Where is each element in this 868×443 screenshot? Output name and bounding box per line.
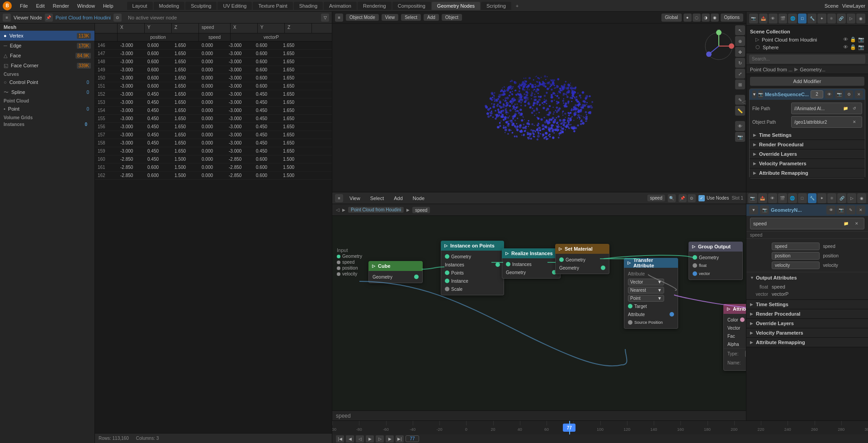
rp-view-icon[interactable]: 👁	[768, 193, 777, 203]
select-btn[interactable]: Select	[401, 14, 421, 21]
file-path-field[interactable]: //Animated Al... 📁 ↺	[791, 103, 862, 114]
use-nodes-check[interactable]: ✓ Use Nodes	[698, 195, 729, 201]
add-workspace-tab[interactable]: +	[512, 2, 522, 10]
view-icon[interactable]: 👁	[735, 121, 745, 131]
nav-gizmo[interactable]: Y X Z	[701, 28, 737, 64]
rp-modifier-icon[interactable]: 🔧	[808, 193, 817, 203]
constraint-props-icon[interactable]: 🔗	[837, 14, 846, 23]
node-view-menu[interactable]: View	[346, 195, 364, 202]
iop-instances-socket[interactable]	[495, 262, 500, 267]
ta-vector-dropdown[interactable]: Vector ▼	[624, 278, 678, 286]
next-frame-btn[interactable]: ▶	[386, 435, 394, 443]
menu-render[interactable]: Render	[49, 2, 73, 9]
pin-icon[interactable]: 📌	[45, 14, 53, 22]
breadcrumb-collection[interactable]: Point Cloud from Houdini	[348, 207, 404, 213]
modifier-expand-icon[interactable]: ▼	[752, 90, 756, 98]
point-row[interactable]: • Point 0	[0, 104, 94, 114]
set-material-node[interactable]: ▷ Set Material Geometry Geometry	[555, 244, 609, 274]
geo-eye-icon[interactable]: 👁	[826, 205, 835, 215]
output-attrs-expand[interactable]: ▼	[750, 275, 754, 280]
mesh-component-face[interactable]: △Face84.9K	[0, 51, 94, 61]
iop-points-socket[interactable]	[445, 270, 449, 275]
ta-target-socket[interactable]	[628, 304, 632, 308]
modifier-render-icon[interactable]: 📷	[835, 90, 843, 98]
col-header-speed[interactable]: speed	[199, 23, 231, 33]
tab-layout[interactable]: Layout	[127, 2, 153, 10]
prev-frame-btn[interactable]: ◀	[346, 435, 354, 443]
node-editor[interactable]: ≡ View Select Add Node speed 🔍 📌 ⊙	[332, 192, 746, 420]
instance-on-points-node[interactable]: ▷ Instance on Points Geometry Instances	[441, 241, 504, 295]
current-frame-marker[interactable]	[569, 421, 570, 434]
go-vector-socket[interactable]	[693, 271, 697, 276]
prev-keyframe-btn[interactable]: ◁	[356, 435, 364, 443]
ta-vector-select[interactable]: Vector ▼	[628, 279, 664, 285]
sm-geometry-socket-out[interactable]	[601, 266, 605, 270]
ri-instances-socket[interactable]	[506, 262, 510, 266]
group-output-node[interactable]: ▷ Group Output Geometry float	[689, 242, 743, 280]
node-select-menu[interactable]: Select	[367, 195, 388, 202]
rp-particle-icon[interactable]: ✦	[817, 193, 826, 203]
col-header-position-y[interactable]: Y	[145, 23, 172, 33]
tab-geometry-nodes[interactable]: Geometry Nodes	[432, 2, 480, 10]
object-path-field[interactable]: /geo1/attribblur2 ✕	[791, 116, 862, 128]
ta-attribute-socket-out[interactable]	[670, 312, 674, 317]
rp-material-icon[interactable]: ◉	[857, 193, 866, 203]
tab-modeling[interactable]: Modeling	[154, 2, 185, 10]
viewport-shading-render[interactable]: ◉	[711, 14, 719, 22]
mesh-component-face-corner[interactable]: ◱Face Corner339K	[0, 61, 94, 70]
3d-viewport[interactable]: ≡ Object Mode View Select Add Object Glo…	[332, 12, 746, 192]
iop-instance-socket[interactable]	[445, 279, 449, 283]
properties-search-input[interactable]	[749, 55, 865, 64]
modifier-eye-icon[interactable]: 👁	[825, 90, 833, 98]
col-header-vz[interactable]: Z	[285, 23, 312, 33]
mesh-component-edge[interactable]: ─Edge170K	[0, 41, 94, 51]
attribute-remapping-header[interactable]: ▶ Attribute Remapping	[746, 338, 868, 347]
modifier-close-icon[interactable]: ✕	[855, 90, 863, 98]
play-btn[interactable]: ▶	[366, 435, 374, 443]
view-btn[interactable]: View	[382, 14, 399, 21]
object-btn[interactable]: Object	[442, 14, 462, 21]
node-view-toggle[interactable]: ⊙	[688, 194, 696, 202]
rp-world-icon[interactable]: 🌐	[788, 193, 797, 203]
control-point-row[interactable]: ○ Control Point 0	[0, 77, 94, 87]
render-props-icon[interactable]: 📷	[749, 14, 758, 23]
material-props-icon[interactable]: ◉	[856, 14, 865, 23]
timeline-numbers[interactable]: -100-80-60-40-20020406080100120140160180…	[332, 421, 868, 434]
modifier-vis-icon[interactable]: 📷	[758, 90, 763, 98]
scene-tree-item-point-cloud-from-houdini[interactable]: ▷Point Cloud from Houdini👁🔒📷	[746, 36, 868, 43]
geo-vis-icon[interactable]: 📷	[760, 205, 769, 215]
tab-scripting[interactable]: Scripting	[481, 2, 511, 10]
ta-point-select[interactable]: Point ▼	[628, 295, 664, 302]
next-keyframe-btn[interactable]: ▷	[376, 435, 384, 443]
attribute-node[interactable]: ▷ Attribute Color Vector	[723, 304, 746, 371]
rp-physics-icon[interactable]: ⚛	[827, 193, 836, 203]
col-header-vy[interactable]: Y	[258, 23, 285, 33]
object-path-close-icon[interactable]: ✕	[850, 117, 859, 126]
jump-end-btn[interactable]: ▶|	[396, 435, 404, 443]
add-modifier-button[interactable]: Add Modifier	[750, 77, 864, 86]
scene-props-icon[interactable]: 🎬	[778, 14, 788, 23]
viewport-shading-lookdev[interactable]: ◑	[702, 14, 710, 22]
realize-instances-node[interactable]: ▷ Realize Instances Instances Geometry	[502, 248, 561, 279]
output-props-icon[interactable]: 📤	[759, 14, 768, 23]
world-props-icon[interactable]: 🌐	[788, 14, 797, 23]
geo-render-icon[interactable]: 📷	[836, 205, 845, 215]
scene-tree-item-sphere[interactable]: ⬡Sphere👁🔒📷	[746, 43, 868, 51]
viewport-shading-solid[interactable]: ●	[684, 14, 692, 22]
attr-color-socket[interactable]	[740, 317, 745, 322]
cursor-tool-icon[interactable]: ⊕	[735, 36, 745, 46]
jump-start-btn[interactable]: |◀	[336, 435, 344, 443]
tab-sculpting[interactable]: Sculpting	[185, 2, 217, 10]
rp-render-icon[interactable]: 📷	[748, 193, 757, 203]
menu-file[interactable]: File	[16, 2, 32, 9]
viewport-expand-handle[interactable]: ◁	[742, 99, 746, 105]
filter-icon[interactable]: ▽	[321, 14, 329, 22]
add-btn[interactable]: Add	[424, 14, 439, 21]
options-btn[interactable]: Options	[721, 14, 743, 22]
menu-window[interactable]: Window	[74, 2, 99, 9]
node-add-menu[interactable]: Add	[390, 195, 406, 202]
scale-tool-icon[interactable]: ⤢	[735, 69, 745, 79]
node-search-icon[interactable]: 🔍	[668, 194, 676, 202]
geo-node-name-field[interactable]: speed 📁 ✕	[750, 218, 864, 229]
tab-rendering[interactable]: Rendering	[358, 2, 392, 10]
